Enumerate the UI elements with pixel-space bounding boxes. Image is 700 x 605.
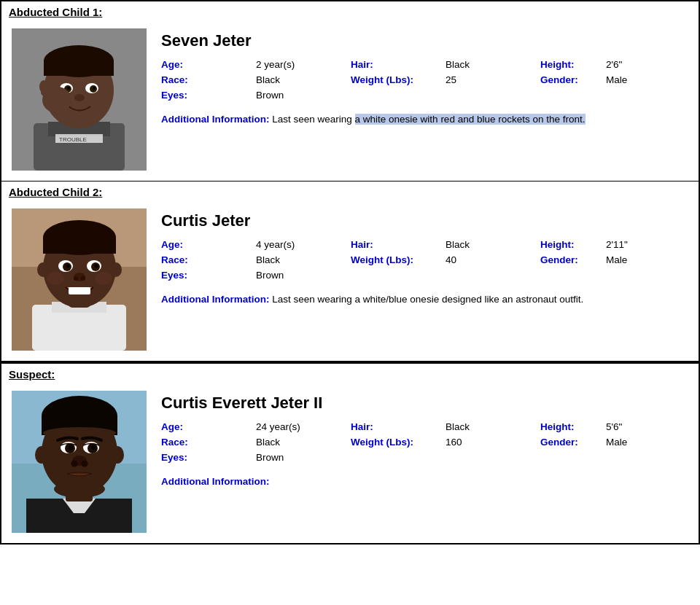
suspect-header: Suspect: — [1, 364, 699, 383]
svg-point-59 — [71, 461, 78, 467]
suspect-hair-label: Hair: — [351, 421, 446, 432]
svg-point-14 — [93, 87, 96, 90]
child2-age-value: 4 year(s) — [256, 239, 351, 250]
svg-point-39 — [47, 272, 64, 285]
child1-height-label: Height: — [540, 59, 606, 70]
child1-gender-value: Male — [606, 74, 672, 85]
suspect-race-value: Black — [256, 437, 351, 448]
child2-gender-value: Male — [606, 254, 672, 265]
child2-additional-label: Additional Information: — [161, 294, 269, 305]
svg-point-28 — [110, 262, 122, 277]
child2-height-value: 2'11" — [606, 239, 672, 250]
svg-point-40 — [95, 272, 112, 285]
suspect-gender-label: Gender: — [540, 437, 606, 448]
child2-details: Age: 4 year(s) Hair: Black Height: 2'11"… — [161, 239, 688, 281]
child1-eyes-value: Brown — [256, 90, 351, 101]
child2-additional-text: Last seen wearing a white/blue onesie de… — [269, 294, 583, 305]
child2-weight-label: Weight (Lbs): — [351, 254, 446, 265]
child2-race-label: Race: — [161, 254, 256, 265]
child1-eyes-label: Eyes: — [161, 90, 256, 101]
child1-age-label: Age: — [161, 59, 256, 70]
child1-race-value: Black — [256, 74, 351, 85]
suspect-name: Curtis Everett Jeter II — [161, 394, 688, 413]
svg-point-18 — [39, 80, 48, 93]
suspect-eyes-value: Brown — [256, 452, 351, 463]
child1-hair-value: Black — [446, 59, 540, 70]
suspect-gender-value: Male — [606, 437, 672, 448]
child2-hair-value: Black — [446, 239, 540, 250]
child2-gender-label: Gender: — [540, 254, 606, 265]
child2-race-value: Black — [256, 254, 351, 265]
suspect-eyes-label: Eyes: — [161, 452, 256, 463]
child1-info: Seven Jeter Age: 2 year(s) Hair: Black H… — [161, 28, 688, 171]
child1-age-value: 2 year(s) — [256, 59, 351, 70]
child2-name: Curtis Jeter — [161, 211, 688, 230]
child2-block: Curtis Jeter Age: 4 year(s) Hair: Black … — [1, 201, 699, 361]
suspect-block: Curtis Everett Jeter II Age: 24 year(s) … — [1, 383, 699, 543]
suspect-additional-info: Additional Information: — [161, 475, 688, 489]
child2-additional-info: Additional Information: Last seen wearin… — [161, 292, 688, 307]
svg-point-56 — [69, 445, 73, 450]
svg-point-33 — [66, 265, 70, 268]
child2-photo — [12, 208, 147, 351]
child1-additional-text: Last seen wearing — [269, 114, 354, 125]
abducted-child2-header: Abducted Child 2: — [1, 182, 699, 201]
child1-weight-value: 25 — [446, 74, 540, 85]
svg-point-37 — [81, 276, 85, 281]
child1-header-row: Abducted Child 1: — [1, 1, 699, 21]
suspect-hair-value: Black — [446, 421, 540, 432]
child1-hair-label: Hair: — [351, 59, 446, 70]
suspect-additional-label: Additional Information: — [161, 476, 269, 487]
svg-rect-38 — [69, 287, 90, 294]
child1-details: Age: 2 year(s) Hair: Black Height: 2'6" … — [161, 59, 688, 101]
child1-additional-label: Additional Information: — [161, 114, 269, 125]
svg-rect-26 — [43, 238, 116, 254]
svg-point-51 — [111, 446, 124, 464]
child1-photo: TROUBLE — [12, 28, 147, 171]
suspect-height-value: 5'6" — [606, 421, 672, 432]
svg-point-50 — [35, 446, 48, 464]
svg-point-36 — [74, 276, 78, 281]
child2-height-label: Height: — [540, 239, 606, 250]
svg-point-27 — [37, 262, 49, 277]
child1-gender-label: Gender: — [540, 74, 606, 85]
child2-eyes-label: Eyes: — [161, 270, 256, 281]
suspect-header-row: Suspect: — [1, 364, 699, 383]
suspect-weight-value: 160 — [446, 437, 540, 448]
child1-block: TROUBLE — [1, 21, 699, 181]
child1-height-value: 2'6" — [606, 59, 672, 70]
child1-additional-info: Additional Information: Last seen wearin… — [161, 112, 688, 127]
suspect-details: Age: 24 year(s) Hair: Black Height: 5'6"… — [161, 421, 688, 463]
suspect-age-label: Age: — [161, 421, 256, 432]
child2-hair-label: Hair: — [351, 239, 446, 250]
child2-eyes-value: Brown — [256, 270, 351, 281]
suspect-height-label: Height: — [540, 421, 606, 432]
child1-additional-highlight: a white onesie with red and blue rockets… — [355, 114, 586, 125]
svg-point-49 — [43, 427, 116, 439]
child2-info: Curtis Jeter Age: 4 year(s) Hair: Black … — [161, 208, 688, 351]
svg-point-15 — [74, 94, 85, 101]
child1-race-label: Race: — [161, 74, 256, 85]
suspect-info: Curtis Everett Jeter II Age: 24 year(s) … — [161, 391, 688, 533]
svg-text:TROUBLE: TROUBLE — [59, 136, 87, 143]
svg-point-57 — [91, 445, 96, 450]
svg-point-60 — [82, 461, 88, 467]
svg-point-13 — [67, 87, 70, 90]
child2-weight-value: 40 — [446, 254, 540, 265]
child2-header-row: Abducted Child 2: — [1, 182, 699, 201]
abducted-child1-header: Abducted Child 1: — [1, 1, 699, 21]
svg-point-61 — [54, 480, 105, 498]
suspect-weight-label: Weight (Lbs): — [351, 437, 446, 448]
suspect-age-value: 24 year(s) — [256, 421, 351, 432]
suspect-section: Suspect: — [0, 362, 700, 544]
svg-rect-8 — [44, 61, 114, 76]
svg-point-34 — [95, 265, 98, 268]
suspect-photo — [12, 391, 147, 533]
child1-name: Seven Jeter — [161, 31, 688, 50]
abducted-children-section: Abducted Child 1: TROUBLE — [0, 0, 700, 362]
suspect-race-label: Race: — [161, 437, 256, 448]
child1-weight-label: Weight (Lbs): — [351, 74, 446, 85]
child2-age-label: Age: — [161, 239, 256, 250]
